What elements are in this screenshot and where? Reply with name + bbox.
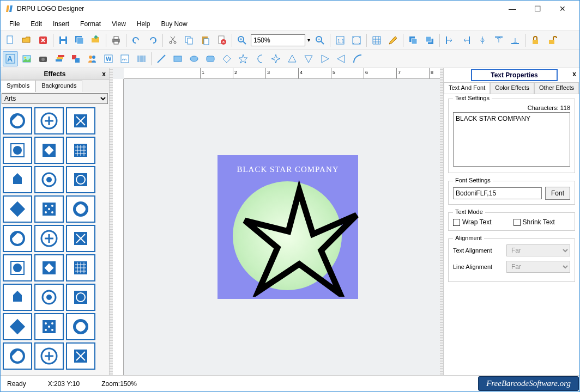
- align-right-icon[interactable]: [458, 33, 474, 48]
- people-icon[interactable]: [84, 51, 100, 66]
- align-bottom-icon[interactable]: [508, 33, 523, 48]
- star4-icon[interactable]: [268, 51, 283, 66]
- symbol-item[interactable]: [34, 254, 64, 281]
- logo-canvas[interactable]: BLACK STAR COMPANY: [218, 155, 358, 299]
- image-tool-icon[interactable]: [19, 51, 34, 66]
- triangle-left-icon[interactable]: [334, 51, 349, 66]
- logo-star-shape[interactable]: [239, 171, 359, 297]
- bring-front-icon[interactable]: [406, 33, 421, 48]
- tab-backgrounds[interactable]: Backgrounds: [35, 80, 82, 92]
- menu-insert[interactable]: Insert: [47, 19, 75, 29]
- font-value-input[interactable]: [453, 187, 542, 199]
- symbol-item[interactable]: [66, 254, 95, 281]
- rectangle-filled-icon[interactable]: [170, 51, 185, 66]
- minimize-button[interactable]: —: [500, 1, 525, 17]
- symbol-item[interactable]: [3, 107, 32, 134]
- symbol-item[interactable]: [3, 254, 32, 281]
- align-center-icon[interactable]: [475, 33, 490, 48]
- symbol-item[interactable]: [66, 195, 95, 223]
- symbol-item[interactable]: [66, 137, 95, 164]
- delete-icon[interactable]: [214, 33, 229, 48]
- actual-size-icon[interactable]: 1:1: [333, 33, 348, 48]
- text-properties-close-icon[interactable]: x: [572, 70, 576, 78]
- menu-view[interactable]: View: [106, 19, 131, 29]
- group-icon[interactable]: [68, 51, 83, 66]
- redo-icon[interactable]: [145, 33, 160, 48]
- symbol-item[interactable]: [3, 342, 32, 370]
- font-dialog-button[interactable]: Font: [545, 187, 570, 200]
- paste-icon[interactable]: [198, 33, 213, 48]
- undo-icon[interactable]: [129, 33, 144, 48]
- menu-help[interactable]: Help: [131, 19, 156, 29]
- align-left-icon[interactable]: [442, 33, 457, 48]
- symbol-item[interactable]: [34, 107, 64, 134]
- fit-to-window-icon[interactable]: [349, 33, 364, 48]
- camera-icon[interactable]: [35, 51, 51, 66]
- symbol-item[interactable]: [34, 313, 64, 340]
- diamond-icon[interactable]: [219, 51, 234, 66]
- tab-other-effects[interactable]: Other Effects: [534, 82, 579, 94]
- save-as-icon[interactable]: [72, 33, 87, 48]
- zoom-out-icon[interactable]: [312, 33, 328, 48]
- symbol-item[interactable]: [34, 166, 64, 193]
- symbol-item[interactable]: [3, 313, 32, 340]
- wrap-text-checkbox[interactable]: Wrap Text: [453, 218, 492, 226]
- maximize-button[interactable]: ☐: [525, 1, 550, 17]
- color-picker-icon[interactable]: [385, 33, 401, 48]
- ellipse-filled-icon[interactable]: [186, 51, 202, 66]
- send-back-icon[interactable]: [422, 33, 437, 48]
- copy-icon[interactable]: [182, 33, 197, 48]
- symbol-item[interactable]: [3, 137, 32, 164]
- symbol-item[interactable]: [34, 284, 64, 311]
- symbol-item[interactable]: [3, 166, 32, 193]
- close-file-icon[interactable]: [35, 33, 51, 48]
- symbol-item[interactable]: [66, 313, 95, 340]
- symbol-item[interactable]: [3, 284, 32, 311]
- symbol-item[interactable]: [34, 225, 64, 252]
- symbol-item[interactable]: [66, 107, 95, 134]
- menu-format[interactable]: Format: [75, 19, 106, 29]
- align-top-icon[interactable]: [491, 33, 506, 48]
- symbol-item[interactable]: [3, 195, 32, 223]
- crescent-icon[interactable]: [252, 51, 267, 66]
- unlock-icon[interactable]: [544, 33, 559, 48]
- save-icon[interactable]: [56, 33, 71, 48]
- symbol-item[interactable]: [66, 166, 95, 193]
- cut-icon[interactable]: [165, 33, 180, 48]
- zoom-dropdown-icon[interactable]: ▾: [306, 37, 311, 43]
- barcode-icon[interactable]: [134, 51, 149, 66]
- shrink-text-checkbox[interactable]: Shrink Text: [513, 218, 555, 226]
- word-icon[interactable]: W: [101, 51, 116, 66]
- symbol-category-select[interactable]: Arts: [2, 93, 108, 104]
- signature-icon[interactable]: [117, 51, 132, 66]
- symbol-item[interactable]: [66, 284, 95, 311]
- star-icon[interactable]: [235, 51, 251, 66]
- arc-icon[interactable]: [350, 51, 365, 66]
- tab-symbols[interactable]: Symbols: [1, 80, 35, 92]
- layers-icon[interactable]: [52, 51, 67, 66]
- line-tool-icon[interactable]: [154, 51, 169, 66]
- tab-text-and-font[interactable]: Text And Font: [444, 82, 490, 94]
- menu-file[interactable]: File: [4, 19, 25, 29]
- line-alignment-select[interactable]: Far: [506, 261, 570, 273]
- menu-buy-now[interactable]: Buy Now: [156, 19, 193, 29]
- symbol-item[interactable]: [34, 137, 64, 164]
- symbol-item[interactable]: [66, 225, 95, 252]
- rounded-rect-icon[interactable]: [203, 51, 218, 66]
- symbol-item[interactable]: [34, 195, 64, 223]
- text-alignment-select[interactable]: Far: [506, 244, 570, 256]
- zoom-in-icon[interactable]: [234, 33, 250, 48]
- export-icon[interactable]: [88, 33, 104, 48]
- lock-icon[interactable]: [528, 33, 543, 48]
- print-icon[interactable]: [108, 33, 124, 48]
- symbol-item[interactable]: [3, 225, 32, 252]
- open-file-icon[interactable]: [19, 33, 34, 48]
- new-file-icon[interactable]: [3, 33, 18, 48]
- triangle-up-icon[interactable]: [285, 51, 300, 66]
- triangle-right-icon[interactable]: [317, 51, 333, 66]
- zoom-input[interactable]: [251, 34, 305, 46]
- grid-icon[interactable]: [369, 33, 384, 48]
- text-tool-icon[interactable]: A: [3, 51, 18, 66]
- text-content-input[interactable]: [453, 112, 570, 167]
- close-button[interactable]: ✕: [550, 1, 575, 17]
